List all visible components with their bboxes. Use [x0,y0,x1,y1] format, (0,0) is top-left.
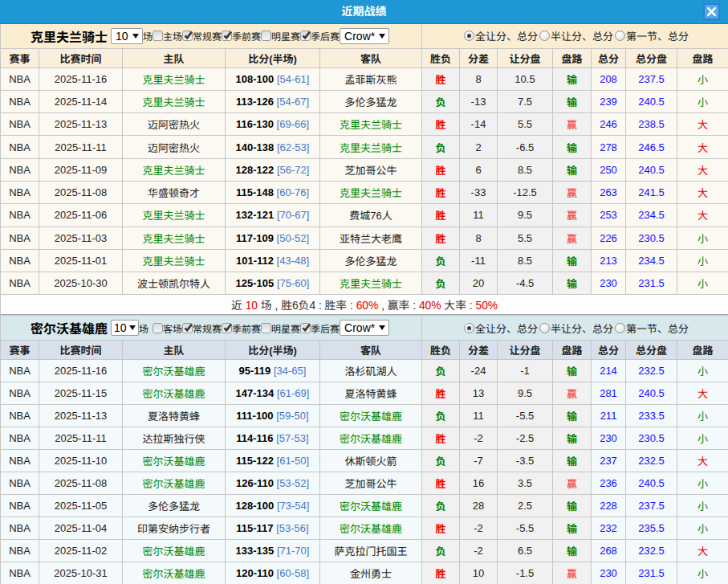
score-main: 115-117 [236,522,273,534]
games-count-select[interactable]: 10 [111,28,143,44]
filter-checkbox[interactable] [153,31,163,41]
team-name-text: 多伦多猛龙 [345,96,397,108]
league-cell: NBA [1,359,39,382]
bookmaker-select[interactable]: Crow* [340,320,389,336]
team-name-text: 孟菲斯灰熊 [345,74,397,86]
close-button[interactable] [703,3,720,20]
total-points-cell[interactable]: 239 [592,90,626,112]
total-points-cell[interactable]: 213 [592,249,626,272]
column-header: 盘路 [553,340,592,359]
total-points-cell[interactable]: 226 [592,227,626,249]
filter-checkbox[interactable] [182,31,193,41]
game-row: NBA2025-10-31密尔沃基雄鹿120-110 [60-58]金州勇士胜1… [1,562,728,584]
score-main: 126-110 [236,477,274,489]
total-points-cell[interactable]: 211 [592,404,626,427]
game-row: NBA2025-11-16密尔沃基雄鹿95-119 [34-65]洛杉矶湖人负-… [1,359,728,382]
game-row: NBA2025-11-03克里夫兰骑士117-109 [50-52]亚特兰大老鹰… [1,227,728,249]
total-points-cell[interactable]: 278 [592,136,626,158]
total-points-cell[interactable]: 228 [592,494,626,517]
score-main: 114-116 [236,432,273,444]
results-table: 密尔沃基雄鹿 10 场 客场常规赛季前赛明星赛季后赛 Crow* 全让分、总分半… [0,316,728,584]
total-line-cell[interactable]: 233.5 [626,404,677,427]
away-team-cell: 金州勇士 [320,562,422,584]
total-line-cell[interactable]: 237.5 [626,494,677,517]
filter-checkbox[interactable] [222,31,232,41]
period-radio[interactable] [615,323,625,333]
period-radio[interactable] [615,31,625,41]
home-team-cell: 达拉斯独行侠 [123,427,226,449]
point-diff-cell: -2 [460,427,498,449]
filter-checkbox[interactable] [261,31,271,41]
filter-checkbox[interactable] [153,323,163,333]
total-points-cell[interactable]: 250 [592,158,626,181]
total-line-cell[interactable]: 235.5 [626,517,677,539]
total-points-cell[interactable]: 236 [592,472,626,494]
total-points-cell[interactable]: 230 [592,562,626,584]
total-line-cell[interactable]: 231.5 [626,272,677,295]
total-line-cell[interactable]: 237.5 [626,67,677,90]
score-cell: 115-148 [60-76] [226,181,320,203]
over-under-cell: 小 [677,517,728,539]
away-team-cell: 克里夫兰骑士 [320,181,422,203]
total-line-cell[interactable]: 240.5 [626,90,677,112]
handicap-cell: 5.5 [498,227,553,249]
total-points-cell[interactable]: 208 [592,67,626,90]
total-points-cell[interactable]: 268 [592,539,626,562]
column-header: 总分盘 [626,340,677,359]
total-line-cell[interactable]: 240.5 [626,158,677,181]
team-name: 克里夫兰骑士 [1,27,111,46]
filter-checkbox[interactable] [261,323,271,333]
total-line-cell[interactable]: 231.5 [626,562,677,584]
total-points-cell[interactable]: 281 [592,382,626,404]
handicap-cell: 9.5 [498,382,553,404]
point-diff-cell: -33 [460,181,498,203]
game-row: NBA2025-11-13夏洛特黄蜂111-100 [59-50]密尔沃基雄鹿负… [1,404,728,427]
total-line-cell[interactable]: 241.5 [626,181,677,203]
bookmaker-value: Crow* [344,30,375,43]
total-line-cell[interactable]: 234.5 [626,204,677,227]
bookmaker-select[interactable]: Crow* [340,28,389,44]
home-team-cell: 克里夫兰骑士 [123,90,226,112]
handicap-cell: -5.5 [498,404,553,427]
total-line-cell[interactable]: 234.5 [626,249,677,272]
total-line-cell[interactable]: 232.5 [626,359,677,382]
filter-row: 密尔沃基雄鹿 10 场 客场常规赛季前赛明星赛季后赛 Crow* 全让分、总分半… [1,316,728,340]
filter-checkbox[interactable] [182,323,193,333]
team-name-text: 萨克拉门托国王 [335,545,408,557]
column-header: 赛事 [1,340,39,359]
total-points-cell[interactable]: 232 [592,517,626,539]
filter-checkbox[interactable] [222,323,232,333]
total-points-cell[interactable]: 246 [592,113,626,136]
total-points-cell[interactable]: 253 [592,204,626,227]
total-line-cell[interactable]: 230.5 [626,227,677,249]
score-main: 128-122 [236,164,275,176]
total-points-cell[interactable]: 214 [592,359,626,382]
games-count-select[interactable]: 10 [111,320,139,336]
total-line-cell[interactable]: 232.5 [626,449,677,472]
league-cell: NBA [1,517,39,539]
total-points-cell[interactable]: 230 [592,272,626,295]
period-radio[interactable] [539,323,550,333]
date-cell: 2025-10-31 [39,562,123,584]
total-line-cell[interactable]: 230.5 [626,427,677,449]
over-under-cell: 小 [677,67,728,90]
filter-checkbox[interactable] [300,31,311,41]
total-points-cell[interactable]: 263 [592,181,626,203]
total-points-cell[interactable]: 237 [592,449,626,472]
total-line-cell[interactable]: 232.5 [626,539,677,562]
total-line-cell[interactable]: 240.5 [626,472,677,494]
total-line-cell[interactable]: 238.5 [626,113,677,136]
handicap-result-cell: 输 [553,539,592,562]
total-line-cell[interactable]: 240.5 [626,382,677,404]
period-radio[interactable] [539,31,550,41]
team-name-text: 克里夫兰骑士 [142,165,205,177]
total-points-cell[interactable]: 230 [592,427,626,449]
period-radio[interactable] [464,31,474,41]
total-line-cell[interactable]: 246.5 [626,136,677,158]
period-radio[interactable] [464,323,474,333]
summary-segment: 60% [356,300,379,312]
result-cell: 胜 [422,562,460,584]
date-cell: 2025-11-11 [39,427,123,449]
filter-checkbox[interactable] [300,323,311,333]
handicap-cell: 10.5 [498,67,553,90]
